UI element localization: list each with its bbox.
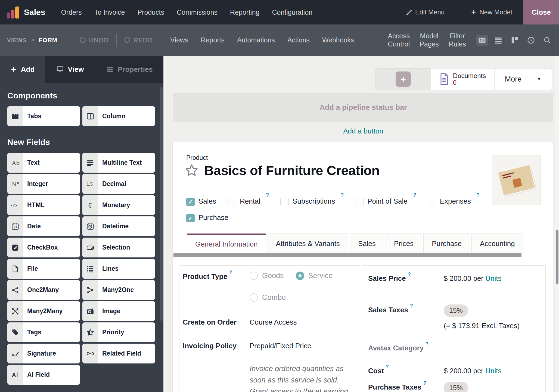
breadcrumb-views[interactable]: VIEWS	[7, 37, 27, 43]
purchase-taxes-badge[interactable]: 15%	[444, 382, 468, 392]
checkbox-point-of-sale[interactable]: Point of Sale?	[355, 197, 416, 206]
studio-menu-webhooks[interactable]: Webhooks	[322, 36, 354, 44]
help-icon[interactable]: ?	[426, 341, 428, 347]
radio-service-label[interactable]: Service	[308, 272, 333, 280]
nav-item-to-invoice[interactable]: To Invoice	[94, 8, 125, 16]
tab-sales[interactable]: Sales	[350, 234, 384, 254]
field-button-signature[interactable]: Signature	[7, 344, 80, 363]
checkbox-checked-icon[interactable]: ✓	[186, 198, 195, 206]
field-button-column[interactable]: Column	[82, 106, 155, 126]
sidebar-resize-handle[interactable]	[163, 56, 166, 392]
checkbox-checked-icon[interactable]: ✓	[186, 214, 195, 222]
field-button-related-field[interactable]: Related Field	[82, 344, 155, 363]
more-button[interactable]: More ▼	[494, 69, 552, 90]
checkbox-unchecked-icon[interactable]	[280, 198, 289, 206]
studio-menu-actions[interactable]: Actions	[287, 36, 310, 44]
nav-item-reporting[interactable]: Reporting	[230, 8, 259, 16]
invoicing-policy-value[interactable]: Prepaid/Fixed Price	[250, 342, 311, 350]
app-name[interactable]: Sales	[24, 8, 45, 17]
radio-goods[interactable]	[250, 272, 258, 280]
field-button-selection[interactable]: Selection	[82, 238, 155, 257]
radio-combo[interactable]	[250, 293, 258, 302]
favorite-star-icon[interactable]	[185, 163, 199, 178]
checkbox-unchecked-icon[interactable]	[428, 198, 436, 206]
edit-menu-button[interactable]: Edit Menu	[406, 8, 445, 16]
field-button-many2many[interactable]: Many2Many	[7, 301, 80, 321]
sidebar-tab-view[interactable]: View	[45, 56, 95, 83]
field-button-lines[interactable]: Lines	[82, 259, 155, 279]
field-button-file[interactable]: File	[7, 259, 80, 279]
radio-combo-label[interactable]: Combo	[262, 293, 286, 302]
add-pipeline-status-bar[interactable]: Add a pipeline status bar	[173, 93, 553, 122]
close-button[interactable]: Close	[523, 0, 559, 24]
view-switch-search[interactable]	[541, 35, 554, 46]
sidebar-scrollbar[interactable]	[160, 87, 163, 321]
checkbox-unchecked-icon[interactable]	[228, 198, 236, 206]
studio-menu-access-control[interactable]: AccessControl	[388, 32, 410, 48]
field-button-checkbox[interactable]: CheckBox	[7, 238, 80, 257]
tabs-horizontal-scrollbar[interactable]	[173, 253, 521, 257]
field-button-datetime[interactable]: Datetime	[82, 216, 155, 236]
view-switch-kanban[interactable]	[508, 35, 521, 46]
checkbox-sales[interactable]: ✓Sales	[186, 197, 216, 206]
studio-menu-automations[interactable]: Automations	[237, 36, 275, 44]
field-button-decimal[interactable]: 1.5Decimal	[82, 174, 155, 194]
studio-menu-reports[interactable]: Reports	[201, 36, 225, 44]
nav-item-products[interactable]: Products	[137, 8, 164, 16]
sidebar-tab-properties[interactable]: Properties	[95, 56, 163, 83]
nav-item-orders[interactable]: Orders	[61, 8, 82, 16]
field-button-html[interactable]: </>HTML	[7, 195, 80, 215]
new-model-button[interactable]: New Model	[471, 8, 512, 16]
field-button-priority[interactable]: Priority	[82, 322, 155, 342]
tab-prices[interactable]: Prices	[386, 234, 422, 254]
field-button-tabs[interactable]: Tabs	[7, 106, 80, 126]
radio-service[interactable]	[296, 272, 304, 280]
canvas-vertical-scrollbar-thumb[interactable]	[556, 230, 558, 284]
field-button-multiline-text[interactable]: Multiline Text	[82, 153, 155, 173]
tab-accounting[interactable]: Accounting	[471, 234, 523, 254]
tab-attributes-variants[interactable]: Attributes & Variants	[268, 234, 348, 254]
field-button-text[interactable]: AbText	[7, 153, 80, 173]
view-switch-list[interactable]	[492, 35, 505, 46]
undo-button[interactable]: UNDO	[79, 36, 109, 44]
studio-menu-views[interactable]: Views	[170, 36, 188, 44]
field-button-date[interactable]: 21Date	[7, 216, 80, 236]
studio-menu-model-pages[interactable]: ModelPages	[420, 32, 439, 48]
tab-purchase[interactable]: Purchase	[423, 234, 470, 254]
checkbox-rental[interactable]: Rental?	[228, 197, 269, 206]
radio-goods-label[interactable]: Goods	[262, 272, 284, 280]
help-icon[interactable]: ?	[386, 364, 389, 369]
sales-taxes-badge[interactable]: 15%	[444, 304, 468, 317]
view-switch-clock[interactable]	[525, 35, 537, 46]
create-on-order-value[interactable]: Course Access	[250, 318, 297, 326]
sales-price-value[interactable]: $ 200.00 per Units	[444, 274, 502, 283]
nav-item-configuration[interactable]: Configuration	[272, 8, 312, 16]
redo-button[interactable]: REDO	[124, 36, 153, 44]
field-button-ai-field[interactable]: AAI Field	[7, 365, 80, 385]
tab-general-information[interactable]: General Information	[187, 234, 266, 254]
field-button-monetary[interactable]: €Monetary	[82, 195, 155, 215]
field-button-one2many[interactable]: One2Many	[7, 280, 80, 300]
documents-button[interactable]: Documents 0	[431, 69, 494, 90]
help-icon[interactable]: ?	[408, 272, 411, 277]
field-button-integer[interactable]: N°Integer	[7, 174, 80, 194]
checkbox-expenses[interactable]: Expenses?	[428, 197, 480, 206]
help-icon[interactable]: ?	[423, 380, 426, 386]
checkbox-subscriptions[interactable]: Subscriptions?	[280, 197, 344, 206]
sidebar-tab-add[interactable]: Add	[0, 56, 45, 83]
add-stat-button[interactable]: +	[396, 71, 411, 87]
product-title[interactable]: Basics of Furniture Creation	[204, 163, 380, 178]
cost-value[interactable]: $ 200.00 per Units	[444, 367, 502, 375]
help-icon[interactable]: ?	[410, 303, 413, 309]
odoo-sales-logo-icon[interactable]	[7, 6, 20, 18]
nav-item-commissions[interactable]: Commissions	[177, 8, 218, 16]
checkbox-purchase[interactable]: ✓Purchase	[186, 213, 228, 222]
add-button-link[interactable]: Add a button	[343, 127, 383, 135]
field-button-many2one[interactable]: Many2One	[82, 280, 155, 300]
field-button-image[interactable]: Image	[82, 301, 155, 321]
checkbox-unchecked-icon[interactable]	[355, 198, 364, 206]
field-button-tags[interactable]: Tags	[7, 322, 80, 342]
product-image[interactable]	[492, 155, 541, 205]
studio-menu-filter-rules[interactable]: FilterRules	[449, 32, 466, 48]
help-icon[interactable]: ?	[229, 270, 232, 275]
